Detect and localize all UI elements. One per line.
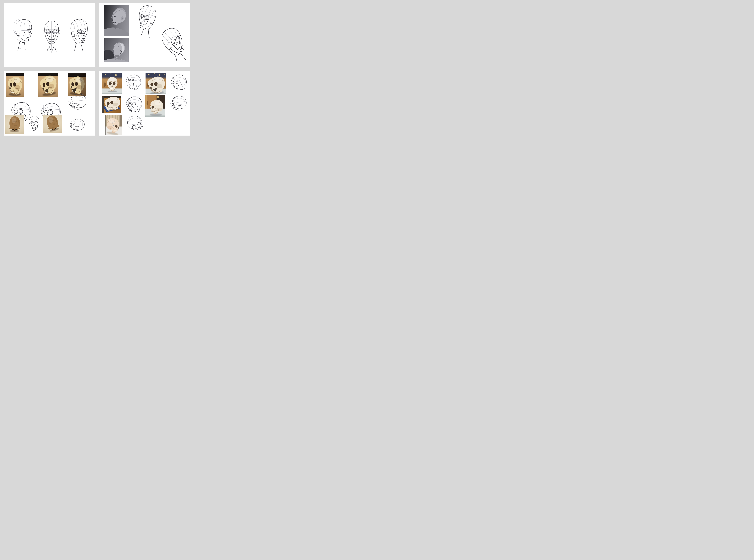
sketch-graphic xyxy=(124,114,147,134)
sketch-graphic xyxy=(40,15,64,57)
photo-brown-skull-back xyxy=(43,115,62,133)
photo-graphic xyxy=(104,38,128,62)
sketch-graphic xyxy=(27,115,42,134)
photo-graphic xyxy=(43,115,62,133)
sketch-skull-profile-right xyxy=(124,114,147,134)
photo-graphic xyxy=(104,5,130,36)
photo-head-looking-up xyxy=(104,38,128,62)
photo-pink-skull-profile xyxy=(105,115,122,135)
sketch-planar-head-three-quarter xyxy=(66,14,91,56)
sketch-graphic xyxy=(122,94,145,116)
photo-graphic xyxy=(6,73,24,97)
sketch-skull-three-quarter-2 xyxy=(123,96,144,115)
board-head-references xyxy=(99,3,190,67)
photo-model-skull-front xyxy=(102,73,122,94)
sketch-skull-front-three-quarter xyxy=(123,74,143,92)
sketch-graphic xyxy=(166,72,191,95)
sketch-graphic xyxy=(7,17,39,53)
sketch-skull-tilted xyxy=(168,74,189,93)
photo-graphic xyxy=(145,73,166,94)
sketch-planar-head-front xyxy=(40,15,64,57)
sketch-graphic xyxy=(66,14,91,56)
photo-graphic xyxy=(38,73,58,97)
board-skull-studies-warm xyxy=(4,71,95,136)
study-collage-page xyxy=(0,0,195,140)
photo-graphic xyxy=(105,115,122,135)
sketch-skull-back-three-quarter xyxy=(67,115,85,134)
sketch-skull-profile xyxy=(66,90,87,115)
photo-graphic xyxy=(102,96,121,113)
photo-ivory-skull-three-quarter xyxy=(6,73,24,97)
sketch-graphic xyxy=(66,90,87,115)
sketch-graphic xyxy=(67,115,85,134)
sketch-graphic xyxy=(166,94,190,115)
board-skull-studies-room xyxy=(99,71,190,136)
photo-head-looking-down xyxy=(104,5,130,36)
photo-graphic xyxy=(5,115,24,134)
sketch-skull-front xyxy=(27,115,42,134)
photo-model-skull-profile xyxy=(145,95,165,117)
photo-graphic xyxy=(102,73,122,94)
sketch-head-tilted-up xyxy=(158,26,190,65)
photo-ivory-skull-jaw-open xyxy=(38,73,58,97)
board-planar-heads xyxy=(4,3,95,67)
photo-brown-skull-top xyxy=(5,115,24,134)
photo-graphic xyxy=(145,95,165,117)
sketch-graphic xyxy=(152,21,195,70)
sketch-planar-head-profile xyxy=(7,17,39,53)
photo-model-skull-side-open xyxy=(145,73,166,94)
photo-model-skull-on-book xyxy=(102,96,121,113)
sketch-skull-profile-2 xyxy=(167,94,189,114)
sketch-graphic xyxy=(122,73,143,93)
